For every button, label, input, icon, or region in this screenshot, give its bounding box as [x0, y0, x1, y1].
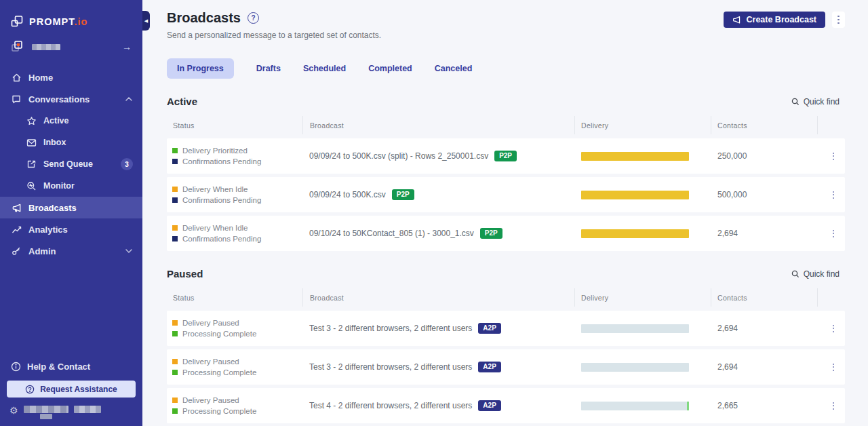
active-rows: Delivery PrioritizedConfirmations Pendin…: [167, 138, 845, 251]
delivery-cell: [574, 363, 711, 372]
tab-scheduled[interactable]: Scheduled: [303, 58, 346, 79]
tab-drafts[interactable]: Drafts: [256, 58, 281, 79]
paused-rows: Delivery PausedProcessing CompleteTest 3…: [167, 311, 845, 426]
sidebar-item-monitor[interactable]: Monitor: [0, 175, 142, 197]
sidebar-item-label: Broadcasts: [28, 203, 133, 213]
row-menu-button[interactable]: [830, 227, 837, 240]
search-icon: [791, 270, 800, 278]
sidebar-item-home[interactable]: Home: [0, 66, 142, 88]
message-type-badge: P2P: [392, 189, 414, 200]
sidebar-item-label: Active: [43, 116, 133, 125]
star-icon: [26, 115, 37, 126]
status-label: Processing Complete: [182, 330, 256, 338]
status-square-icon: [172, 370, 178, 375]
broadcast-name: 09/10/24 to 50KContact_805 (1) - 3000_1.…: [309, 229, 474, 238]
admin-icon: [11, 246, 22, 256]
sidebar-item-analytics[interactable]: Analytics: [0, 218, 142, 240]
gear-icon: ⚙: [9, 406, 18, 415]
sidebar-item-active[interactable]: Active: [0, 110, 142, 132]
contacts-count: 2,665: [711, 401, 817, 410]
row-menu-button[interactable]: [830, 189, 837, 201]
delivery-progress-bar: [581, 402, 689, 410]
help-contact-label: Help & Contact: [27, 362, 90, 372]
sidebar-item-admin[interactable]: Admin: [0, 240, 142, 262]
status-cell: Delivery PausedProcessing Complete: [167, 396, 302, 415]
table-row[interactable]: Delivery PausedProcessing CompleteTest 3…: [167, 349, 845, 385]
sidebar-item-label: Monitor: [43, 181, 133, 191]
monitor-icon: [26, 180, 37, 191]
status-label: Confirmations Pending: [182, 235, 261, 243]
row-menu-button[interactable]: [830, 150, 837, 163]
page-menu-button[interactable]: [832, 12, 845, 28]
broadcast-cell: Test 3 - 2 different browsers, 2 differe…: [302, 323, 574, 334]
request-assistance-label: Request Assistance: [40, 385, 117, 394]
message-type-badge: P2P: [480, 228, 502, 239]
user-name-redacted-2: [40, 414, 52, 419]
tab-canceled[interactable]: Canceled: [435, 58, 473, 79]
status-square-icon: [172, 225, 178, 231]
tabs: In ProgressDraftsScheduledCompletedCance…: [167, 58, 845, 79]
page-help-icon[interactable]: ?: [248, 12, 259, 24]
table-header: Status Broadcast Delivery Contacts: [167, 116, 845, 134]
sidebar-item-label: Send Queue: [43, 159, 114, 169]
mail-icon: [26, 137, 37, 148]
message-type-badge: P2P: [494, 151, 517, 161]
row-menu-button[interactable]: [830, 322, 837, 335]
tab-completed[interactable]: Completed: [368, 58, 412, 79]
info-icon: [11, 362, 21, 372]
sidebar-item-help-contact[interactable]: Help & Contact: [0, 362, 142, 372]
status-cell: Delivery When IdleConfirmations Pending: [167, 224, 302, 243]
workspace-selector[interactable]: →: [0, 28, 142, 54]
request-assistance-button[interactable]: Request Assistance: [7, 381, 136, 398]
broadcast-cell: Test 3 - 2 different browsers, 2 differe…: [302, 362, 574, 372]
quick-find-button[interactable]: Quick find: [791, 269, 845, 279]
broadcast-cell: 09/10/24 to 50KContact_805 (1) - 3000_1.…: [302, 228, 574, 239]
message-type-badge: A2P: [478, 400, 500, 411]
broadcast-cell: Test 4 - 2 different browsers, 2 differe…: [302, 400, 574, 411]
sidebar-item-conversations[interactable]: Conversations: [0, 88, 142, 110]
delivery-cell: [574, 152, 711, 161]
create-broadcast-label: Create Broadcast: [746, 15, 816, 24]
broadcast-name: Test 3 - 2 different browsers, 2 differe…: [309, 324, 472, 333]
page-title: Broadcasts: [167, 10, 241, 26]
home-icon: [11, 72, 22, 83]
sidebar-item-send-queue[interactable]: Send Queue3: [0, 153, 142, 175]
table-row[interactable]: Delivery When IdleConfirmations Pending0…: [167, 216, 845, 251]
status-square-icon: [172, 187, 178, 192]
arrow-right-icon[interactable]: →: [122, 41, 132, 52]
delivery-cell: [574, 191, 711, 199]
column-contacts: Contacts: [711, 116, 817, 134]
megaphone-icon: [732, 16, 741, 24]
workspace-icon: [11, 39, 26, 54]
actions-cell: [817, 150, 845, 163]
delivery-cell: [574, 229, 711, 238]
status-square-icon: [172, 408, 178, 414]
delivery-progress-bar: [581, 363, 689, 372]
column-status: Status: [167, 116, 302, 134]
table-row[interactable]: Delivery When IdleConfirmations Pending0…: [167, 177, 845, 212]
user-settings-row[interactable]: ⚙: [0, 406, 142, 419]
status-label: Confirmations Pending: [182, 196, 261, 204]
quick-find-button[interactable]: Quick find: [791, 97, 845, 106]
status-cell: Delivery PausedProcessing Complete: [167, 319, 302, 338]
megaphone-icon: [11, 202, 22, 213]
sidebar: PROMPT.io → HomeConversationsActiveInbox…: [0, 0, 142, 426]
sidebar-item-label: Admin: [28, 246, 118, 256]
sidebar-item-broadcasts[interactable]: Broadcasts: [0, 197, 142, 218]
user-role-redacted: [74, 406, 101, 413]
workspace-name-redacted: [32, 44, 60, 50]
tab-in-progress[interactable]: In Progress: [167, 58, 234, 79]
create-broadcast-button[interactable]: Create Broadcast: [724, 12, 825, 28]
status-square-icon: [172, 398, 178, 403]
row-menu-button[interactable]: [830, 400, 837, 412]
delivery-progress-bar: [581, 191, 689, 199]
broadcast-name: Test 3 - 2 different browsers, 2 differe…: [309, 362, 472, 372]
contacts-count: 2,694: [711, 229, 817, 238]
sidebar-item-inbox[interactable]: Inbox: [0, 132, 142, 153]
row-menu-button[interactable]: [830, 361, 837, 374]
table-row[interactable]: Delivery PrioritizedConfirmations Pendin…: [167, 138, 845, 174]
table-row[interactable]: Delivery PausedProcessing CompleteTest 4…: [167, 388, 845, 423]
brand-suffix: .io: [74, 16, 87, 27]
actions-cell: [817, 322, 845, 335]
table-row[interactable]: Delivery PausedProcessing CompleteTest 3…: [167, 311, 845, 346]
